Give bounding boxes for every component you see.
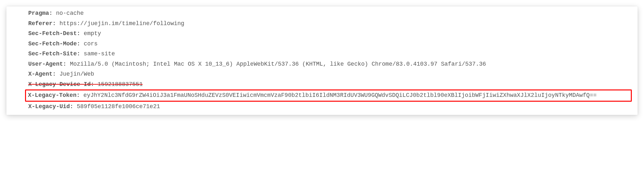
header-value: cors <box>84 41 98 47</box>
header-key: X-Legacy-Device-Id: <box>28 81 94 88</box>
header-key: X-Legacy-Uid: <box>28 103 73 110</box>
header-key: X-Legacy-Token: <box>28 92 80 98</box>
header-key: Sec-Fetch-Dest: <box>28 30 80 37</box>
header-key: Sec-Fetch-Site: <box>28 51 80 57</box>
header-sec-fetch-mode: Sec-Fetch-Mode: cors <box>28 39 629 49</box>
header-value: 589f05e1128fe1006ce71e21 <box>77 103 160 110</box>
strikethrough-annotation: X-Legacy-Device-Id: 1592188837551 <box>28 81 143 88</box>
header-value: same-site <box>84 51 115 57</box>
header-value: Mozilla/5.0 (Macintosh; Intel Mac OS X 1… <box>70 61 486 67</box>
header-key: X-Agent: <box>28 71 56 77</box>
header-value: 1592188837551 <box>98 81 143 88</box>
header-value: eyJhY2Nlc3NfdG9rZW4iOiJ3a1FmaUNoSHduZEVz… <box>83 92 597 98</box>
header-value: no-cache <box>56 10 83 16</box>
header-x-legacy-device-id: X-Legacy-Device-Id: 1592188837551 <box>28 79 629 90</box>
header-value: Juejin/Web <box>59 71 94 77</box>
header-sec-fetch-dest: Sec-Fetch-Dest: empty <box>28 29 629 39</box>
highlight-annotation-box: X-Legacy-Token: eyJhY2Nlc3NfdG9rZW4iOiJ3… <box>25 89 632 102</box>
header-x-agent: X-Agent: Juejin/Web <box>28 69 629 79</box>
header-key: Referer: <box>28 20 56 27</box>
header-sec-fetch-site: Sec-Fetch-Site: same-site <box>28 49 629 59</box>
header-x-legacy-token: X-Legacy-Token: eyJhY2Nlc3NfdG9rZW4iOiJ3… <box>28 90 629 101</box>
header-value: empty <box>84 30 101 37</box>
header-key: Sec-Fetch-Mode: <box>28 41 80 47</box>
header-pragma: Pragma: no-cache <box>28 8 629 19</box>
header-x-legacy-uid: X-Legacy-Uid: 589f05e1128fe1006ce71e21 <box>28 102 629 112</box>
header-referer: Referer: https://juejin.im/timeline/foll… <box>28 19 629 29</box>
header-key: User-Agent: <box>28 61 66 67</box>
header-key: Pragma: <box>28 10 53 16</box>
header-user-agent: User-Agent: Mozilla/5.0 (Macintosh; Inte… <box>28 59 629 70</box>
request-headers-panel: Pragma: no-cache Referer: https://juejin… <box>6 6 638 115</box>
header-value: https://juejin.im/timeline/following <box>59 20 184 27</box>
